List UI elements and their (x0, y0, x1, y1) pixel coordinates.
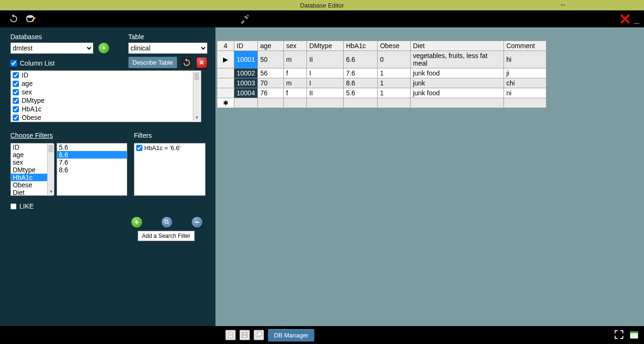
cell[interactable]: m (283, 51, 306, 68)
cell[interactable]: 7.6 (343, 68, 377, 78)
column-header[interactable]: Comment (504, 41, 546, 51)
filter-value-item[interactable]: 5.6 (57, 143, 127, 151)
cell[interactable]: 0 (377, 51, 410, 68)
add-database-button[interactable]: + (98, 42, 109, 54)
table-row[interactable]: ▶1000150mII6.60vegetables, fruits, less … (217, 51, 546, 68)
column-item[interactable]: DMtype (11, 96, 201, 105)
column-checkbox[interactable] (13, 89, 19, 95)
minimize-icon[interactable]: _ (634, 14, 639, 25)
applied-filters-list[interactable]: HbA1c = '6.6' (134, 143, 206, 196)
cell[interactable] (283, 98, 306, 108)
cell[interactable]: ji (504, 68, 546, 78)
like-checkbox[interactable] (10, 203, 17, 210)
applied-filter-item[interactable]: HbA1c = '6.6' (134, 143, 205, 152)
cell[interactable]: I (306, 68, 343, 78)
cell-id[interactable]: 10001 (234, 51, 258, 68)
column-checkbox[interactable] (13, 81, 19, 87)
cell[interactable] (234, 98, 258, 108)
row-selector[interactable] (217, 88, 234, 98)
document-icon[interactable] (225, 330, 236, 340)
filter-value-item[interactable]: 8.6 (57, 166, 127, 174)
filter-value-item[interactable]: 6.6 (57, 151, 127, 159)
cell[interactable]: chi (504, 78, 546, 88)
cell[interactable]: 56 (257, 68, 283, 78)
windows-icon[interactable] (254, 330, 264, 340)
column-header[interactable]: age (257, 41, 283, 51)
row-selector[interactable] (217, 78, 234, 88)
refresh-table-icon[interactable] (181, 57, 192, 68)
cell[interactable]: f (283, 68, 306, 78)
cell[interactable]: junk (410, 78, 504, 88)
table-row[interactable]: 1000476fII5.61junk foodni (217, 88, 546, 98)
cell[interactable]: 1 (377, 68, 410, 78)
cell[interactable]: II (306, 51, 343, 68)
column-item[interactable]: ID (11, 71, 201, 79)
clear-table-icon[interactable]: ✕ (196, 57, 207, 68)
cell[interactable]: hi (504, 51, 546, 68)
cell[interactable] (377, 98, 410, 108)
close-icon[interactable] (619, 13, 631, 25)
database-select[interactable]: dmtest (10, 42, 93, 54)
row-selector[interactable]: ▶ (217, 51, 234, 68)
add-filter-button[interactable]: + (131, 217, 142, 228)
column-header[interactable]: ID (234, 41, 258, 51)
tools-icon[interactable] (239, 14, 250, 24)
column-item[interactable]: sex (11, 88, 201, 96)
cell[interactable] (410, 98, 504, 108)
table-select[interactable]: clinical (128, 42, 207, 54)
cell[interactable]: m (283, 78, 306, 88)
column-checkbox[interactable] (13, 98, 19, 104)
cell[interactable]: 6.6 (343, 51, 377, 68)
cell-id[interactable]: 10004 (234, 88, 258, 98)
column-checkbox[interactable] (13, 115, 19, 121)
cell-id[interactable]: 10002 (234, 68, 258, 78)
column-header[interactable]: DMtype (306, 41, 343, 51)
column-checkbox[interactable] (13, 72, 19, 78)
column-header[interactable]: Diet (410, 41, 504, 51)
cell[interactable]: junk food (410, 88, 504, 98)
cell[interactable]: 5.6 (343, 88, 377, 98)
row-selector[interactable] (217, 68, 234, 78)
table-row[interactable]: 1000370mI8.61junkchi (217, 78, 546, 88)
cell[interactable] (257, 98, 283, 108)
cell[interactable]: 1 (377, 78, 410, 88)
column-header[interactable]: HbA1c (343, 41, 377, 51)
cell[interactable]: 76 (257, 88, 283, 98)
column-checkbox[interactable] (13, 106, 19, 112)
table-row[interactable]: 1000256fI7.61junk foodji (217, 68, 546, 78)
cell[interactable]: junk food (410, 68, 504, 78)
cell[interactable] (306, 98, 343, 108)
resize-horizontal-icon[interactable]: ↔ (560, 1, 566, 8)
scrollbar[interactable]: ▾ (47, 144, 54, 195)
cell[interactable]: 70 (257, 78, 283, 88)
cell[interactable]: 8.6 (343, 78, 377, 88)
scrollbar[interactable]: ▾ (193, 72, 200, 121)
edit-db-icon[interactable] (25, 13, 37, 25)
refresh-icon[interactable] (8, 14, 19, 24)
save-icon[interactable] (239, 330, 250, 340)
cell[interactable]: vegetables, fruits, less fat meal (410, 51, 504, 68)
fullscreen-icon[interactable] (614, 329, 624, 341)
column-header[interactable]: Obese (377, 41, 410, 51)
cell[interactable]: 1 (377, 88, 410, 98)
cell[interactable] (343, 98, 377, 108)
calendar-icon[interactable] (629, 329, 639, 341)
cell-id[interactable]: 10003 (234, 78, 258, 88)
cell[interactable]: I (306, 78, 343, 88)
search-button[interactable] (161, 217, 173, 228)
cell[interactable]: 50 (257, 51, 283, 68)
new-row[interactable]: ✱ (217, 98, 546, 108)
cell[interactable] (504, 98, 546, 108)
cell[interactable]: f (283, 88, 306, 98)
column-item[interactable]: HbA1c (11, 105, 201, 113)
db-manager-button[interactable]: DB Manager (268, 329, 314, 342)
cell[interactable]: II (306, 88, 343, 98)
describe-table-button[interactable]: Describe Table (128, 57, 177, 68)
column-list[interactable]: IDagesexDMtypeHbA1cObese ▾ (10, 70, 201, 122)
column-item[interactable]: age (11, 79, 201, 88)
filter-checkbox[interactable] (136, 145, 142, 151)
filter-value-item[interactable]: 7.6 (57, 159, 127, 166)
column-item[interactable]: Obese (11, 113, 201, 122)
filter-values-list[interactable]: 5.66.67.68.6 (57, 143, 127, 196)
remove-filter-button[interactable]: − (191, 217, 203, 228)
